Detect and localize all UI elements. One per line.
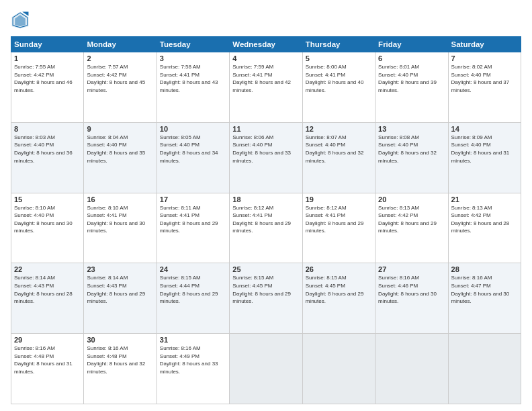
day-detail: Sunrise: 8:12 AMSunset: 4:41 PMDaylight:… [306,204,372,235]
day-detail: Sunrise: 8:15 AMSunset: 4:45 PMDaylight:… [232,274,299,305]
calendar-cell: 16Sunrise: 8:10 AMSunset: 4:41 PMDayligh… [84,193,157,263]
calendar-week-1: 1Sunrise: 7:55 AMSunset: 4:42 PMDaylight… [11,52,521,123]
day-detail: Sunrise: 8:15 AMSunset: 4:44 PMDaylight:… [160,274,226,305]
calendar-cell: 5Sunrise: 8:00 AMSunset: 4:41 PMDaylight… [302,52,375,123]
calendar-week-5: 29Sunrise: 8:16 AMSunset: 4:48 PMDayligh… [11,334,521,404]
calendar-cell: 1Sunrise: 7:55 AMSunset: 4:42 PMDaylight… [11,52,84,123]
calendar-cell: 26Sunrise: 8:15 AMSunset: 4:45 PMDayligh… [302,263,375,334]
calendar-cell: 14Sunrise: 8:09 AMSunset: 4:40 PMDayligh… [448,122,521,193]
header-day-wednesday: Wednesday [230,37,302,52]
calendar-cell: 23Sunrise: 8:14 AMSunset: 4:43 PMDayligh… [84,263,157,334]
calendar-cell: 29Sunrise: 8:16 AMSunset: 4:48 PMDayligh… [11,334,84,404]
day-detail: Sunrise: 8:16 AMSunset: 4:47 PMDaylight:… [451,274,518,305]
day-detail: Sunrise: 7:57 AMSunset: 4:42 PMDaylight:… [87,63,153,94]
calendar-page: SundayMondayTuesdayWednesdayThursdayFrid… [0,0,532,411]
day-detail: Sunrise: 8:06 AMSunset: 4:40 PMDaylight:… [232,134,299,165]
day-detail: Sunrise: 8:03 AMSunset: 4:40 PMDaylight:… [14,134,81,165]
day-detail: Sunrise: 8:16 AMSunset: 4:46 PMDaylight:… [378,274,445,305]
header-row: SundayMondayTuesdayWednesdayThursdayFrid… [11,37,521,52]
day-number: 2 [87,54,153,62]
day-number: 9 [87,125,153,133]
day-detail: Sunrise: 7:55 AMSunset: 4:42 PMDaylight:… [14,63,81,94]
day-number: 30 [87,336,153,344]
calendar-week-4: 22Sunrise: 8:14 AMSunset: 4:43 PMDayligh… [11,263,521,334]
logo [11,11,31,30]
day-detail: Sunrise: 8:14 AMSunset: 4:43 PMDaylight:… [87,274,153,305]
calendar-cell: 19Sunrise: 8:12 AMSunset: 4:41 PMDayligh… [302,193,375,263]
day-number: 11 [232,125,299,133]
day-number: 10 [160,125,226,133]
day-number: 19 [306,195,372,203]
calendar-cell: 27Sunrise: 8:16 AMSunset: 4:46 PMDayligh… [375,263,448,334]
day-number: 5 [306,54,372,62]
day-number: 16 [87,195,153,203]
calendar-cell [302,334,375,404]
day-number: 22 [14,265,81,273]
day-number: 15 [14,195,81,203]
day-detail: Sunrise: 8:13 AMSunset: 4:42 PMDaylight:… [378,204,445,235]
day-number: 17 [160,195,226,203]
day-detail: Sunrise: 8:05 AMSunset: 4:40 PMDaylight:… [160,134,226,165]
day-detail: Sunrise: 8:14 AMSunset: 4:43 PMDaylight:… [14,274,81,305]
day-detail: Sunrise: 8:02 AMSunset: 4:40 PMDaylight:… [451,63,518,94]
day-number: 27 [378,265,445,273]
calendar-cell: 4Sunrise: 7:59 AMSunset: 4:41 PMDaylight… [230,52,302,123]
calendar-cell: 24Sunrise: 8:15 AMSunset: 4:44 PMDayligh… [157,263,229,334]
calendar-cell: 9Sunrise: 8:04 AMSunset: 4:40 PMDaylight… [84,122,157,193]
calendar-cell [230,334,302,404]
day-detail: Sunrise: 8:09 AMSunset: 4:40 PMDaylight:… [451,134,518,165]
day-number: 12 [306,125,372,133]
calendar-table: SundayMondayTuesdayWednesdayThursdayFrid… [11,36,521,404]
calendar-cell: 13Sunrise: 8:08 AMSunset: 4:40 PMDayligh… [375,122,448,193]
day-detail: Sunrise: 8:07 AMSunset: 4:40 PMDaylight:… [306,134,372,165]
day-detail: Sunrise: 7:58 AMSunset: 4:41 PMDaylight:… [160,63,226,94]
day-detail: Sunrise: 8:12 AMSunset: 4:41 PMDaylight:… [232,204,299,235]
calendar-cell: 22Sunrise: 8:14 AMSunset: 4:43 PMDayligh… [11,263,84,334]
calendar-cell: 15Sunrise: 8:10 AMSunset: 4:40 PMDayligh… [11,193,84,263]
day-number: 20 [378,195,445,203]
calendar-cell: 30Sunrise: 8:16 AMSunset: 4:48 PMDayligh… [84,334,157,404]
header-day-monday: Monday [84,37,157,52]
day-number: 24 [160,265,226,273]
day-detail: Sunrise: 8:13 AMSunset: 4:42 PMDaylight:… [451,204,518,235]
calendar-cell: 6Sunrise: 8:01 AMSunset: 4:40 PMDaylight… [375,52,448,123]
day-detail: Sunrise: 8:16 AMSunset: 4:48 PMDaylight:… [87,345,153,375]
calendar-cell: 10Sunrise: 8:05 AMSunset: 4:40 PMDayligh… [157,122,229,193]
day-number: 28 [451,265,518,273]
calendar-cell: 2Sunrise: 7:57 AMSunset: 4:42 PMDaylight… [84,52,157,123]
calendar-cell [448,334,521,404]
day-detail: Sunrise: 8:16 AMSunset: 4:48 PMDaylight:… [14,345,81,375]
day-number: 6 [378,54,445,62]
calendar-cell: 3Sunrise: 7:58 AMSunset: 4:41 PMDaylight… [157,52,229,123]
calendar-week-2: 8Sunrise: 8:03 AMSunset: 4:40 PMDaylight… [11,122,521,193]
day-number: 4 [232,54,299,62]
calendar-cell: 25Sunrise: 8:15 AMSunset: 4:45 PMDayligh… [230,263,302,334]
day-number: 1 [14,54,81,62]
day-detail: Sunrise: 8:01 AMSunset: 4:40 PMDaylight:… [378,63,445,94]
day-detail: Sunrise: 8:16 AMSunset: 4:49 PMDaylight:… [160,345,226,375]
calendar-cell: 18Sunrise: 8:12 AMSunset: 4:41 PMDayligh… [230,193,302,263]
day-detail: Sunrise: 8:00 AMSunset: 4:41 PMDaylight:… [306,63,372,94]
calendar-header: SundayMondayTuesdayWednesdayThursdayFrid… [11,37,521,52]
header [11,11,521,30]
header-day-saturday: Saturday [448,37,521,52]
calendar-cell: 7Sunrise: 8:02 AMSunset: 4:40 PMDaylight… [448,52,521,123]
day-detail: Sunrise: 8:04 AMSunset: 4:40 PMDaylight:… [87,134,153,165]
calendar-cell: 17Sunrise: 8:11 AMSunset: 4:41 PMDayligh… [157,193,229,263]
day-number: 8 [14,125,81,133]
day-number: 26 [306,265,372,273]
calendar-cell: 12Sunrise: 8:07 AMSunset: 4:40 PMDayligh… [302,122,375,193]
header-day-friday: Friday [375,37,448,52]
calendar-cell: 31Sunrise: 8:16 AMSunset: 4:49 PMDayligh… [157,334,229,404]
day-number: 31 [160,336,226,344]
day-detail: Sunrise: 8:11 AMSunset: 4:41 PMDaylight:… [160,204,226,235]
calendar-body: 1Sunrise: 7:55 AMSunset: 4:42 PMDaylight… [11,52,521,404]
calendar-cell: 11Sunrise: 8:06 AMSunset: 4:40 PMDayligh… [230,122,302,193]
day-detail: Sunrise: 8:10 AMSunset: 4:40 PMDaylight:… [14,204,81,235]
calendar-cell [375,334,448,404]
day-number: 29 [14,336,81,344]
calendar-week-3: 15Sunrise: 8:10 AMSunset: 4:40 PMDayligh… [11,193,521,263]
header-day-thursday: Thursday [302,37,375,52]
day-number: 3 [160,54,226,62]
day-number: 13 [378,125,445,133]
